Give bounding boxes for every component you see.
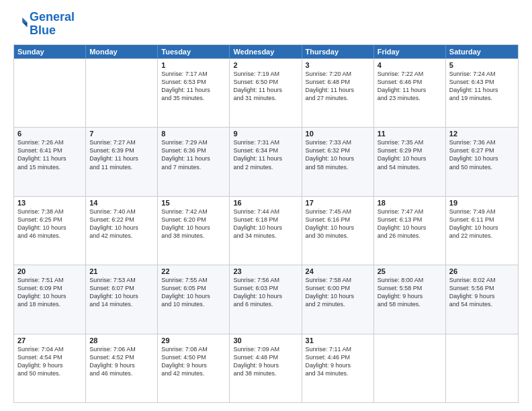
day-info: Sunrise: 7:40 AM Sunset: 6:22 PM Dayligh… bbox=[89, 208, 154, 240]
cal-cell-2-7: 12Sunrise: 7:36 AM Sunset: 6:27 PM Dayli… bbox=[446, 128, 518, 195]
day-info: Sunrise: 7:29 AM Sunset: 6:36 PM Dayligh… bbox=[161, 138, 226, 171]
day-info: Sunrise: 7:56 AM Sunset: 6:03 PM Dayligh… bbox=[233, 276, 298, 309]
svg-marker-1 bbox=[22, 22, 27, 27]
day-header-saturday: Saturday bbox=[446, 45, 518, 58]
day-info: Sunrise: 7:27 AM Sunset: 6:39 PM Dayligh… bbox=[89, 138, 154, 171]
day-number: 24 bbox=[306, 267, 370, 275]
day-info: Sunrise: 8:00 AM Sunset: 5:58 PM Dayligh… bbox=[378, 276, 442, 309]
day-number: 16 bbox=[233, 199, 298, 207]
day-number: 23 bbox=[233, 267, 298, 275]
day-number: 10 bbox=[306, 130, 370, 138]
day-number: 6 bbox=[17, 130, 82, 138]
page-header: General Blue bbox=[13, 11, 519, 38]
day-header-friday: Friday bbox=[374, 45, 446, 58]
cal-cell-5-6 bbox=[374, 334, 446, 402]
logo: General Blue bbox=[13, 11, 75, 38]
day-number: 30 bbox=[233, 336, 298, 345]
day-info: Sunrise: 7:36 AM Sunset: 6:27 PM Dayligh… bbox=[449, 138, 515, 171]
day-info: Sunrise: 7:38 AM Sunset: 6:25 PM Dayligh… bbox=[17, 208, 82, 240]
week-row-2: 6Sunrise: 7:26 AM Sunset: 6:41 PM Daylig… bbox=[14, 127, 518, 195]
day-number: 3 bbox=[306, 61, 370, 69]
day-number: 26 bbox=[449, 267, 515, 275]
day-number: 21 bbox=[89, 267, 154, 275]
day-number: 22 bbox=[161, 267, 226, 275]
day-info: Sunrise: 7:55 AM Sunset: 6:05 PM Dayligh… bbox=[161, 276, 226, 309]
day-info: Sunrise: 7:58 AM Sunset: 6:00 PM Dayligh… bbox=[306, 276, 370, 309]
day-info: Sunrise: 7:26 AM Sunset: 6:41 PM Dayligh… bbox=[17, 138, 82, 171]
day-number: 25 bbox=[378, 267, 442, 275]
day-info: Sunrise: 7:04 AM Sunset: 4:54 PM Dayligh… bbox=[17, 345, 82, 378]
day-info: Sunrise: 7:17 AM Sunset: 6:53 PM Dayligh… bbox=[161, 70, 226, 103]
cal-cell-2-3: 8Sunrise: 7:29 AM Sunset: 6:36 PM Daylig… bbox=[158, 128, 230, 195]
svg-marker-0 bbox=[22, 17, 27, 22]
cal-cell-1-6: 4Sunrise: 7:22 AM Sunset: 6:46 PM Daylig… bbox=[374, 59, 446, 127]
day-info: Sunrise: 7:31 AM Sunset: 6:34 PM Dayligh… bbox=[233, 138, 298, 171]
cal-cell-4-2: 21Sunrise: 7:53 AM Sunset: 6:07 PM Dayli… bbox=[86, 265, 158, 333]
day-number: 29 bbox=[161, 336, 226, 345]
logo-text: General bbox=[30, 11, 75, 24]
cal-cell-2-2: 7Sunrise: 7:27 AM Sunset: 6:39 PM Daylig… bbox=[86, 128, 158, 195]
cal-cell-1-1 bbox=[14, 59, 86, 127]
day-number: 9 bbox=[233, 130, 298, 138]
day-info: Sunrise: 7:42 AM Sunset: 6:20 PM Dayligh… bbox=[161, 208, 226, 240]
day-number: 31 bbox=[306, 336, 370, 345]
day-header-sunday: Sunday bbox=[14, 45, 86, 58]
calendar: SundayMondayTuesdayWednesdayThursdayFrid… bbox=[13, 44, 519, 403]
day-info: Sunrise: 7:53 AM Sunset: 6:07 PM Dayligh… bbox=[89, 276, 154, 309]
logo-text2: Blue bbox=[30, 24, 75, 38]
day-header-thursday: Thursday bbox=[302, 45, 374, 58]
day-number: 14 bbox=[89, 199, 154, 207]
cal-cell-3-4: 16Sunrise: 7:44 AM Sunset: 6:18 PM Dayli… bbox=[230, 197, 302, 265]
day-info: Sunrise: 7:19 AM Sunset: 6:50 PM Dayligh… bbox=[233, 70, 298, 103]
day-info: Sunrise: 7:49 AM Sunset: 6:11 PM Dayligh… bbox=[449, 208, 515, 240]
day-info: Sunrise: 7:22 AM Sunset: 6:46 PM Dayligh… bbox=[378, 70, 442, 103]
cal-cell-1-5: 3Sunrise: 7:20 AM Sunset: 6:48 PM Daylig… bbox=[302, 59, 374, 127]
day-number: 8 bbox=[161, 130, 226, 138]
day-info: Sunrise: 7:47 AM Sunset: 6:13 PM Dayligh… bbox=[378, 208, 442, 240]
cal-cell-2-1: 6Sunrise: 7:26 AM Sunset: 6:41 PM Daylig… bbox=[14, 128, 86, 195]
week-row-3: 13Sunrise: 7:38 AM Sunset: 6:25 PM Dayli… bbox=[14, 196, 518, 265]
day-header-wednesday: Wednesday bbox=[230, 45, 302, 58]
calendar-header-row: SundayMondayTuesdayWednesdayThursdayFrid… bbox=[14, 45, 518, 58]
week-row-5: 27Sunrise: 7:04 AM Sunset: 4:54 PM Dayli… bbox=[14, 334, 518, 402]
day-info: Sunrise: 8:02 AM Sunset: 5:56 PM Dayligh… bbox=[449, 276, 515, 309]
day-info: Sunrise: 7:06 AM Sunset: 4:52 PM Dayligh… bbox=[89, 345, 154, 378]
cal-cell-3-5: 17Sunrise: 7:45 AM Sunset: 6:16 PM Dayli… bbox=[302, 197, 374, 265]
cal-cell-3-1: 13Sunrise: 7:38 AM Sunset: 6:25 PM Dayli… bbox=[14, 197, 86, 265]
day-number: 17 bbox=[306, 199, 370, 207]
cal-cell-5-2: 28Sunrise: 7:06 AM Sunset: 4:52 PM Dayli… bbox=[86, 334, 158, 402]
day-info: Sunrise: 7:51 AM Sunset: 6:09 PM Dayligh… bbox=[17, 276, 82, 309]
day-number: 12 bbox=[449, 130, 515, 138]
day-number: 15 bbox=[161, 199, 226, 207]
day-info: Sunrise: 7:24 AM Sunset: 6:43 PM Dayligh… bbox=[449, 70, 515, 103]
day-number: 5 bbox=[449, 61, 515, 69]
cal-cell-4-4: 23Sunrise: 7:56 AM Sunset: 6:03 PM Dayli… bbox=[230, 265, 302, 333]
cal-cell-5-3: 29Sunrise: 7:08 AM Sunset: 4:50 PM Dayli… bbox=[158, 334, 230, 402]
cal-cell-5-5: 31Sunrise: 7:11 AM Sunset: 4:46 PM Dayli… bbox=[302, 334, 374, 402]
day-info: Sunrise: 7:35 AM Sunset: 6:29 PM Dayligh… bbox=[378, 138, 442, 171]
cal-cell-4-3: 22Sunrise: 7:55 AM Sunset: 6:05 PM Dayli… bbox=[158, 265, 230, 333]
day-number: 13 bbox=[17, 199, 82, 207]
day-info: Sunrise: 7:11 AM Sunset: 4:46 PM Dayligh… bbox=[306, 345, 370, 378]
day-info: Sunrise: 7:09 AM Sunset: 4:48 PM Dayligh… bbox=[233, 345, 298, 378]
cal-cell-4-7: 26Sunrise: 8:02 AM Sunset: 5:56 PM Dayli… bbox=[446, 265, 518, 333]
cal-cell-5-7 bbox=[446, 334, 518, 402]
day-number: 4 bbox=[378, 61, 442, 69]
day-number: 2 bbox=[233, 61, 298, 69]
day-number: 18 bbox=[378, 199, 442, 207]
cal-cell-1-3: 1Sunrise: 7:17 AM Sunset: 6:53 PM Daylig… bbox=[158, 59, 230, 127]
day-info: Sunrise: 7:45 AM Sunset: 6:16 PM Dayligh… bbox=[306, 208, 370, 240]
cal-cell-4-5: 24Sunrise: 7:58 AM Sunset: 6:00 PM Dayli… bbox=[302, 265, 374, 333]
cal-cell-2-4: 9Sunrise: 7:31 AM Sunset: 6:34 PM Daylig… bbox=[230, 128, 302, 195]
cal-cell-3-6: 18Sunrise: 7:47 AM Sunset: 6:13 PM Dayli… bbox=[374, 197, 446, 265]
day-number: 19 bbox=[449, 199, 515, 207]
logo-icon bbox=[13, 15, 28, 30]
day-info: Sunrise: 7:33 AM Sunset: 6:32 PM Dayligh… bbox=[306, 138, 370, 171]
week-row-1: 1Sunrise: 7:17 AM Sunset: 6:53 PM Daylig… bbox=[14, 58, 518, 127]
week-row-4: 20Sunrise: 7:51 AM Sunset: 6:09 PM Dayli… bbox=[14, 265, 518, 333]
day-number: 20 bbox=[17, 267, 82, 275]
cal-cell-4-1: 20Sunrise: 7:51 AM Sunset: 6:09 PM Dayli… bbox=[14, 265, 86, 333]
day-info: Sunrise: 7:44 AM Sunset: 6:18 PM Dayligh… bbox=[233, 208, 298, 240]
cal-cell-5-4: 30Sunrise: 7:09 AM Sunset: 4:48 PM Dayli… bbox=[230, 334, 302, 402]
cal-cell-1-7: 5Sunrise: 7:24 AM Sunset: 6:43 PM Daylig… bbox=[446, 59, 518, 127]
